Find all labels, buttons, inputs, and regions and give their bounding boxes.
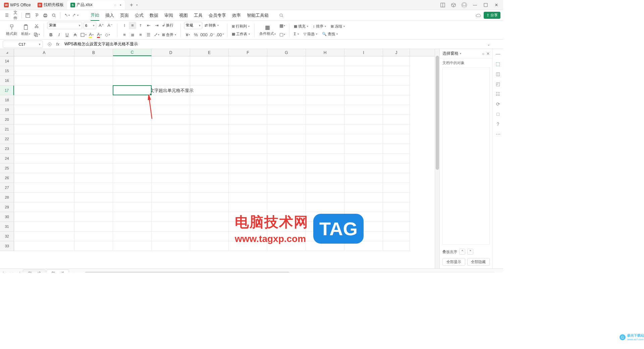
cell[interactable] [383, 134, 410, 144]
cell[interactable] [14, 173, 74, 183]
cell[interactable] [152, 66, 190, 76]
column-header-D[interactable]: D [152, 49, 190, 56]
cell[interactable] [344, 193, 383, 202]
cell[interactable] [344, 144, 383, 154]
cut-button[interactable] [33, 22, 40, 30]
table-style-icon[interactable]: ▦▾ [278, 22, 286, 30]
cell[interactable] [152, 222, 190, 232]
cell[interactable] [229, 173, 267, 183]
clear-format-button[interactable]: ◇▾ [104, 31, 111, 39]
cell[interactable] [267, 173, 306, 183]
align-bottom-icon[interactable]: ⫯ [137, 22, 144, 29]
cell[interactable] [306, 66, 344, 76]
font-name-input[interactable] [49, 23, 78, 28]
hide-all-button[interactable]: 全部隐藏 [467, 258, 490, 266]
sort-button[interactable]: ↕排序▾ [312, 23, 327, 30]
cell[interactable] [152, 183, 190, 193]
settings-icon[interactable]: □ [496, 111, 499, 117]
scroll-right-icon[interactable]: ▸ [500, 271, 502, 273]
cell[interactable] [190, 124, 229, 134]
cell[interactable] [113, 222, 152, 232]
cell[interactable] [113, 193, 152, 202]
tab-template[interactable]: D 找稻壳模板 [34, 0, 67, 10]
cell[interactable] [383, 202, 410, 212]
cell[interactable] [344, 115, 383, 124]
save-icon[interactable] [24, 11, 32, 19]
search-icon[interactable] [277, 11, 285, 19]
cell[interactable] [113, 163, 152, 173]
cell[interactable] [113, 183, 152, 193]
app-menu-button[interactable]: ☰ [3, 11, 11, 19]
cell[interactable] [152, 241, 190, 251]
cell[interactable] [190, 86, 229, 95]
font-color-button[interactable]: A▾ [96, 31, 103, 39]
collapse-panel-icon[interactable]: — [496, 51, 500, 56]
cell[interactable] [383, 124, 410, 134]
cell[interactable] [267, 124, 306, 134]
cell[interactable] [383, 173, 410, 183]
cell[interactable] [113, 241, 152, 251]
tab-formula[interactable]: 公式 [135, 10, 144, 20]
format-painter-button[interactable]: 格式刷 [5, 23, 18, 37]
cell[interactable] [267, 163, 306, 173]
file-menu[interactable]: 文件 [11, 11, 19, 19]
pin-icon[interactable]: ⟐ [482, 51, 484, 56]
tab-tools[interactable]: 工具 [194, 10, 203, 20]
cell[interactable] [14, 163, 74, 173]
cell[interactable] [383, 232, 410, 241]
cell[interactable] [306, 115, 344, 124]
cell[interactable] [14, 86, 74, 95]
cell[interactable] [14, 66, 74, 76]
cell[interactable] [306, 163, 344, 173]
cell[interactable] [152, 202, 190, 212]
undo-button[interactable]: ▾ [62, 11, 70, 19]
cell[interactable] [229, 66, 267, 76]
cell[interactable] [74, 115, 113, 124]
cell[interactable] [306, 183, 344, 193]
cell[interactable] [267, 232, 306, 241]
decrease-decimal-icon[interactable]: .0⁻ [208, 31, 216, 39]
row-header[interactable]: 33 [0, 241, 14, 251]
save-as-icon[interactable] [33, 11, 41, 19]
print-preview-icon[interactable] [50, 11, 58, 19]
cell[interactable] [190, 241, 229, 251]
cell[interactable] [383, 163, 410, 173]
cell[interactable] [14, 144, 74, 154]
cell[interactable] [267, 115, 306, 124]
wrap-text-button[interactable]: ↲换行 [161, 22, 174, 29]
font-size-combo[interactable]: ▾ [84, 22, 96, 29]
cell[interactable] [190, 56, 229, 66]
layout-icon[interactable] [439, 2, 446, 8]
cell[interactable] [229, 86, 267, 95]
share-button[interactable]: ⇪ 分享 [484, 12, 500, 19]
row-header[interactable]: 30 [0, 212, 14, 222]
cell[interactable] [306, 173, 344, 183]
cell[interactable] [74, 144, 113, 154]
row-header[interactable]: 32 [0, 232, 14, 241]
cell[interactable] [113, 124, 152, 134]
cell[interactable] [113, 212, 152, 222]
cell[interactable] [383, 105, 410, 115]
align-middle-icon[interactable]: ≡ [129, 22, 136, 29]
cell[interactable] [344, 183, 383, 193]
close-icon[interactable]: ✕ [486, 51, 490, 56]
cell[interactable] [344, 154, 383, 163]
minimize-button[interactable]: — [472, 2, 478, 8]
font-name-combo[interactable]: ▾ [47, 22, 82, 29]
column-header-E[interactable]: E [190, 49, 229, 56]
cell[interactable] [267, 241, 306, 251]
cell[interactable] [113, 202, 152, 212]
close-icon[interactable]: • [120, 2, 121, 8]
cell[interactable] [74, 154, 113, 163]
show-all-button[interactable]: 全部显示 [442, 258, 465, 266]
tab-data[interactable]: 数据 [150, 10, 158, 20]
maximize-button[interactable] [482, 2, 489, 8]
cell[interactable] [190, 202, 229, 212]
tab-start[interactable]: 开始 [91, 10, 99, 21]
cell[interactable] [190, 212, 229, 222]
cell[interactable] [14, 222, 74, 232]
cube-icon[interactable] [450, 2, 457, 8]
row-header[interactable]: 23 [0, 144, 14, 154]
percent-icon[interactable]: % [192, 31, 200, 39]
strikethrough-button[interactable]: A [71, 31, 79, 39]
